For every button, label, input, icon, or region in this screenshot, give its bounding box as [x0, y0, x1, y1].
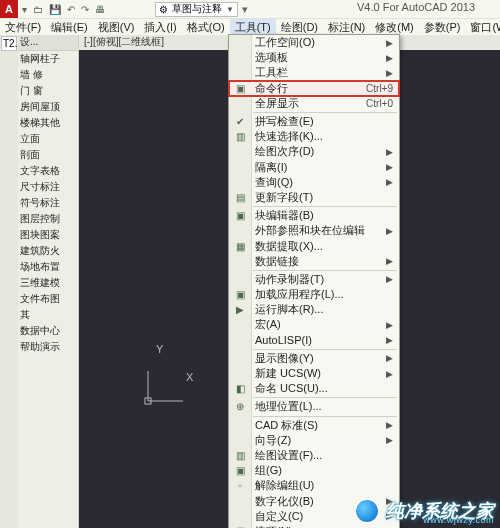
submenu-arrow-icon: ▶ [386, 53, 393, 63]
save-icon[interactable]: 💾 [49, 4, 61, 15]
menu-item-label: 查询(Q) [255, 175, 380, 190]
menu-item-icon: ▣ [232, 289, 248, 300]
menu-item-label: 地理位置(L)... [255, 399, 393, 414]
menu-dim[interactable]: 标注(N) [323, 19, 370, 35]
menu-item-shortcut: Ctrl+9 [366, 83, 393, 94]
sidebar-item[interactable]: 剖面 [18, 147, 78, 163]
sidebar-item[interactable]: 建筑防火 [18, 243, 78, 259]
document-tab[interactable]: T2... [1, 36, 17, 51]
menu-item-icon: ▫ [232, 480, 248, 491]
menu-separator [253, 349, 397, 350]
open-icon[interactable]: 🗀 [33, 4, 43, 15]
menu-item[interactable]: 显示图像(Y)▶ [229, 351, 399, 366]
menu-separator [253, 397, 397, 398]
menu-item[interactable]: ▣命令行Ctrl+9 [229, 81, 399, 96]
menu-draw[interactable]: 绘图(D) [276, 19, 323, 35]
sidebar-item[interactable]: 图层控制 [18, 211, 78, 227]
menu-item-label: 命令行 [255, 81, 358, 96]
menu-item[interactable]: 隔离(I)▶ [229, 160, 399, 175]
menu-view[interactable]: 视图(V) [93, 19, 140, 35]
menu-item[interactable]: ▦数据提取(X)... [229, 238, 399, 253]
sidebar-item[interactable]: 三维建模 [18, 275, 78, 291]
menu-item[interactable]: AutoLISP(I)▶ [229, 333, 399, 348]
qat-extra[interactable]: ▾ [242, 3, 248, 16]
menu-item[interactable]: ✔拼写检查(E) [229, 114, 399, 129]
menu-param[interactable]: 参数(P) [419, 19, 466, 35]
sidebar-item[interactable]: 文字表格 [18, 163, 78, 179]
menu-bar: 文件(F) 编辑(E) 视图(V) 插入(I) 格式(O) 工具(T) 绘图(D… [0, 18, 500, 35]
menu-item[interactable]: 绘图次序(D)▶ [229, 144, 399, 159]
menu-item[interactable]: CAD 标准(S)▶ [229, 418, 399, 433]
menu-item[interactable]: ▥绘图设置(F)... [229, 448, 399, 463]
sidebar-item[interactable]: 文件布图 [18, 291, 78, 307]
menu-tools[interactable]: 工具(T) [230, 19, 276, 35]
document-tab-strip: T2... [0, 34, 18, 528]
menu-item-label: 工作空间(O) [255, 35, 380, 50]
submenu-arrow-icon: ▶ [386, 177, 393, 187]
sidebar-item[interactable]: 房间屋顶 [18, 99, 78, 115]
menu-item[interactable]: ▣加载应用程序(L)... [229, 287, 399, 302]
sidebar-item[interactable]: 帮助演示 [18, 339, 78, 355]
menu-item[interactable]: ◧命名 UCS(U)... [229, 381, 399, 396]
menu-item[interactable]: ☑选项(N)... [229, 524, 399, 528]
menu-edit[interactable]: 编辑(E) [46, 19, 93, 35]
menu-item[interactable]: ▤更新字段(T) [229, 190, 399, 205]
sidebar-item[interactable]: 墙 修 [18, 67, 78, 83]
menu-item[interactable]: 宏(A)▶ [229, 317, 399, 332]
sidebar-item[interactable]: 其 [18, 307, 78, 323]
watermark-badge-icon [354, 498, 380, 524]
undo-icon[interactable]: ↶ [67, 4, 75, 15]
menu-item[interactable]: ▣组(G) [229, 463, 399, 478]
sidebar-item[interactable]: 图块图案 [18, 227, 78, 243]
menu-item[interactable]: 动作录制器(T)▶ [229, 272, 399, 287]
menu-item[interactable]: 全屏显示Ctrl+0 [229, 96, 399, 111]
menu-item[interactable]: 工作空间(O)▶ [229, 35, 399, 50]
menu-item[interactable]: 数据链接▶ [229, 254, 399, 269]
menu-insert[interactable]: 插入(I) [139, 19, 181, 35]
menu-separator [253, 416, 397, 417]
menu-item-label: 工具栏 [255, 65, 380, 80]
menu-item-label: 宏(A) [255, 317, 380, 332]
menu-separator [253, 112, 397, 113]
title-bar: A ▾ 🗀 💾 ↶ ↷ 🖶 ⚙ 草图与注释 ▼ ▾ V4.0 For AutoC… [0, 0, 500, 18]
submenu-arrow-icon: ▶ [386, 68, 393, 78]
menu-item[interactable]: ▥快速选择(K)... [229, 129, 399, 144]
sidebar-item[interactable]: 场地布置 [18, 259, 78, 275]
tool-icon[interactable]: ▾ [242, 3, 248, 16]
menu-item-icon: ✔ [232, 116, 248, 127]
menu-item[interactable]: 查询(Q)▶ [229, 175, 399, 190]
menu-file[interactable]: 文件(F) [0, 19, 46, 35]
menu-item[interactable]: 工具栏▶ [229, 65, 399, 80]
ucs-x-label: X [186, 371, 193, 383]
menu-item-icon: ◧ [232, 383, 248, 394]
new-icon[interactable]: ▾ [22, 4, 27, 15]
menu-item-icon: ▦ [232, 241, 248, 252]
sidebar-item[interactable]: 符号标注 [18, 195, 78, 211]
menu-item[interactable]: 新建 UCS(W)▶ [229, 366, 399, 381]
menu-item[interactable]: ▫解除编组(U) [229, 478, 399, 493]
tools-menu: 工作空间(O)▶选项板▶工具栏▶▣命令行Ctrl+9全屏显示Ctrl+0✔拼写检… [228, 34, 400, 528]
redo-icon[interactable]: ↷ [81, 4, 89, 15]
menu-item[interactable]: 外部参照和块在位编辑▶ [229, 223, 399, 238]
menu-format[interactable]: 格式(O) [182, 19, 230, 35]
menu-item[interactable]: 选项板▶ [229, 50, 399, 65]
menu-item-label: 绘图次序(D) [255, 144, 380, 159]
workspace-combo[interactable]: ⚙ 草图与注释 ▼ [155, 2, 238, 17]
sidebar-item[interactable]: 轴网柱子 [18, 51, 78, 67]
menu-window[interactable]: 窗口(W) [465, 19, 500, 35]
menu-item-label: 更新字段(T) [255, 190, 393, 205]
menu-item[interactable]: ⊕地理位置(L)... [229, 399, 399, 414]
sidebar-item[interactable]: 尺寸标注 [18, 179, 78, 195]
menu-modify[interactable]: 修改(M) [370, 19, 419, 35]
menu-item-label: 数据提取(X)... [255, 239, 393, 254]
menu-item-label: 绘图设置(F)... [255, 448, 393, 463]
qat[interactable]: ▾ 🗀 💾 ↶ ↷ 🖶 [22, 4, 105, 15]
sidebar-item[interactable]: 楼梯其他 [18, 115, 78, 131]
sidebar-item[interactable]: 立面 [18, 131, 78, 147]
menu-item[interactable]: ▣块编辑器(B) [229, 208, 399, 223]
sidebar-item[interactable]: 数据中心 [18, 323, 78, 339]
menu-item[interactable]: 向导(Z)▶ [229, 433, 399, 448]
print-icon[interactable]: 🖶 [95, 4, 105, 15]
menu-item[interactable]: ▶运行脚本(R)... [229, 302, 399, 317]
sidebar-item[interactable]: 门 窗 [18, 83, 78, 99]
